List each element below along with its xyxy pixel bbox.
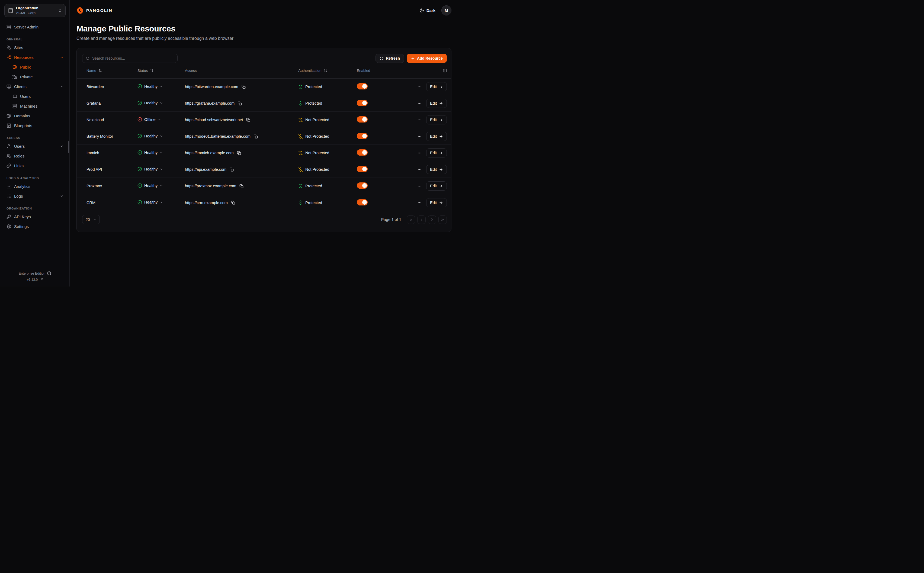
external-link-icon[interactable]: [39, 278, 43, 281]
status-dropdown[interactable]: Healthy: [138, 183, 163, 188]
status-dropdown[interactable]: Healthy: [138, 84, 163, 89]
row-menu-button[interactable]: [417, 167, 423, 172]
sort-icon: [150, 69, 153, 72]
sidebar-item-analytics[interactable]: Analytics: [4, 181, 66, 191]
shield-off-icon: [298, 117, 303, 122]
user-avatar[interactable]: M: [442, 5, 451, 16]
row-menu-button[interactable]: [417, 84, 423, 90]
enabled-cell: [357, 133, 410, 140]
edit-button[interactable]: Edit: [426, 148, 447, 158]
edit-button[interactable]: Edit: [426, 181, 447, 191]
last-page-button[interactable]: [439, 216, 447, 224]
refresh-button[interactable]: Refresh: [376, 54, 404, 63]
edit-button[interactable]: Edit: [426, 132, 447, 141]
sidebar-item-roles[interactable]: Roles: [4, 151, 66, 161]
enabled-toggle[interactable]: [357, 116, 368, 122]
first-page-button[interactable]: [407, 216, 415, 224]
edit-button[interactable]: Edit: [426, 198, 447, 207]
enabled-toggle[interactable]: [357, 83, 368, 89]
column-header-status[interactable]: Status: [138, 69, 185, 73]
enabled-toggle[interactable]: [357, 166, 368, 172]
copy-icon: [237, 151, 241, 155]
copy-url-button[interactable]: [237, 101, 243, 106]
sidebar-item-machines[interactable]: Machines: [10, 101, 66, 111]
sidebar-item-label: Analytics: [14, 184, 30, 189]
row-menu-button[interactable]: [417, 200, 423, 205]
resource-name: Bitwarden: [86, 85, 138, 89]
sidebar-item-client-users[interactable]: Users: [10, 91, 66, 101]
column-visibility-button[interactable]: [443, 69, 447, 73]
sidebar-item-clients[interactable]: Clients: [4, 81, 66, 91]
next-page-button[interactable]: [428, 216, 436, 224]
sidebar-item-domains[interactable]: Domains: [4, 111, 66, 121]
page-info: Page 1 of 1: [381, 218, 401, 222]
row-menu-button[interactable]: [417, 150, 423, 156]
org-switcher[interactable]: Organization ACME Corp.: [4, 4, 66, 17]
status-dropdown[interactable]: Healthy: [138, 134, 163, 138]
row-menu-button[interactable]: [417, 183, 423, 189]
page-size-select[interactable]: 20: [82, 215, 100, 224]
chevron-up-icon: [60, 56, 63, 59]
page-subtitle: Create and manage resources that are pub…: [77, 36, 451, 41]
status-dropdown[interactable]: Healthy: [138, 100, 163, 105]
github-icon[interactable]: [47, 271, 51, 276]
status-dropdown[interactable]: Offline: [138, 117, 161, 122]
sidebar-item-public[interactable]: Public: [10, 62, 66, 72]
shield-off-icon: [298, 134, 303, 139]
users-icon: [6, 154, 11, 158]
topbar: PANGOLIN Dark M: [77, 0, 451, 16]
add-resource-button[interactable]: Add Resource: [407, 54, 447, 63]
sidebar-item-blueprints[interactable]: Blueprints: [4, 121, 66, 130]
column-header-access: Access: [185, 69, 298, 73]
status-dropdown[interactable]: Healthy: [138, 150, 163, 155]
arrow-right-icon: [439, 101, 443, 105]
enabled-toggle[interactable]: [357, 199, 368, 205]
table-row: Battery Monitor Healthy https://node01.b…: [77, 128, 451, 145]
sidebar-item-users[interactable]: Users: [4, 141, 66, 151]
sidebar-scrollbar-thumb[interactable]: [68, 141, 69, 153]
sidebar-item-settings[interactable]: Settings: [4, 221, 66, 231]
arrow-right-icon: [439, 168, 443, 172]
enabled-toggle[interactable]: [357, 100, 368, 106]
enabled-toggle[interactable]: [357, 149, 368, 156]
shield-check-icon: [298, 85, 303, 89]
access-cell: https://bitwarden.example.com: [185, 84, 298, 89]
column-header-authentication[interactable]: Authentication: [298, 69, 357, 73]
copy-url-button[interactable]: [253, 134, 258, 139]
sidebar-item-resources[interactable]: Resources: [4, 52, 66, 62]
status-dropdown[interactable]: Healthy: [138, 200, 163, 205]
copy-url-button[interactable]: [236, 150, 241, 156]
previous-page-button[interactable]: [417, 216, 426, 224]
copy-url-button[interactable]: [229, 167, 234, 172]
sidebar-item-logs[interactable]: Logs: [4, 191, 66, 201]
sidebar-item-server-admin[interactable]: Server Admin: [4, 22, 66, 32]
theme-toggle-button[interactable]: Dark: [420, 8, 435, 13]
chevron-down-icon: [60, 194, 63, 198]
search-input[interactable]: [92, 56, 174, 60]
column-header-name[interactable]: Name: [86, 69, 138, 73]
edit-button[interactable]: Edit: [426, 165, 447, 174]
edit-button[interactable]: Edit: [426, 82, 447, 91]
sidebar-item-api-keys[interactable]: API Keys: [4, 212, 66, 221]
enabled-cell: [357, 116, 410, 123]
row-menu-button[interactable]: [417, 117, 423, 123]
copy-icon: [254, 135, 258, 138]
enabled-toggle[interactable]: [357, 133, 368, 139]
row-menu-button[interactable]: [417, 100, 423, 106]
enabled-toggle[interactable]: [357, 182, 368, 189]
status-dropdown[interactable]: Healthy: [138, 167, 163, 171]
ellipsis-icon: [417, 117, 422, 122]
copy-url-button[interactable]: [246, 117, 251, 122]
sidebar-item-sites[interactable]: Sites: [4, 42, 66, 52]
copy-url-button[interactable]: [241, 84, 246, 89]
globe-icon: [13, 65, 17, 69]
edit-button[interactable]: Edit: [426, 115, 447, 124]
edit-button[interactable]: Edit: [426, 99, 447, 108]
copy-url-button[interactable]: [230, 200, 236, 205]
sidebar-footer: Enterprise Edition v1.13.0: [4, 271, 66, 283]
copy-url-button[interactable]: [239, 183, 244, 189]
access-cell: https://api.example.com: [185, 167, 298, 172]
row-menu-button[interactable]: [417, 134, 423, 139]
sidebar-item-links[interactable]: Links: [4, 161, 66, 171]
sidebar-item-private[interactable]: Private: [10, 72, 66, 81]
